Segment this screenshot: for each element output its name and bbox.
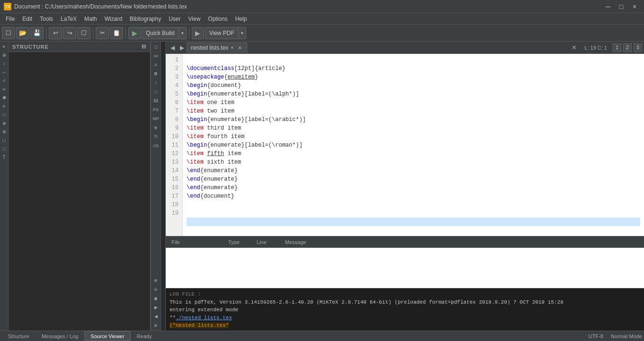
log-line-4: ("nested lists.tex"	[170, 322, 640, 330]
line-num-3: 3	[166, 73, 180, 81]
side-icon-new[interactable]: ◻	[152, 43, 160, 51]
left-sidebar-strip: ≡ ⊕ ↕ ↔ √ ∞ ✱ ≡ □ ⊕ ⊗ □ □ T	[0, 42, 9, 331]
sidebar-icon-box2[interactable]: □	[0, 145, 8, 152]
tab-nav-forward[interactable]: ▶	[177, 43, 187, 52]
sidebar-icon-arrows-v[interactable]: ↕	[0, 60, 8, 67]
side-icon-MP[interactable]: MP	[152, 114, 160, 123]
message-table-header: File Type Line Message	[166, 236, 644, 248]
menu-tools[interactable]: Tools	[36, 13, 57, 24]
line-13: \end{enumerate}	[187, 167, 238, 174]
menu-edit[interactable]: Edit	[18, 13, 36, 24]
side-icon-circle-x[interactable]: ⊗	[152, 321, 160, 330]
new-file-button[interactable]: ☐	[2, 27, 15, 39]
code-editor[interactable]: \documentclass[12pt]{article} \usepackag…	[183, 54, 644, 236]
structure-header: STRUCTURE ⊟	[9, 42, 150, 52]
tab-messages-log[interactable]: Messages / Log	[36, 331, 85, 341]
menu-wizard[interactable]: Wizard	[101, 13, 126, 24]
side-icon-PS[interactable]: PS	[152, 105, 160, 114]
sidebar-icon-arrows-h[interactable]: ↔	[0, 68, 8, 76]
line-12: \item sixth item	[187, 159, 241, 166]
side-icon-collapse[interactable]: ⊖	[152, 285, 160, 294]
menu-user[interactable]: User	[165, 13, 184, 24]
sidebar-icon-list[interactable]: ≡	[0, 102, 8, 110]
save-file-button[interactable]: 💾	[30, 27, 44, 39]
paste-button[interactable]: 📋	[110, 27, 123, 39]
side-icon-left[interactable]: ◀	[152, 312, 160, 321]
line-9: \item fourth item	[187, 133, 244, 140]
view-pdf-dropdown-arrow[interactable]: ▾	[238, 27, 246, 39]
sidebar-icon-list2[interactable]: □	[0, 136, 8, 144]
toolbar: ☐ 📂 💾 ↩ ↪ ☐ ✂ 📋 ▶ Quick Build ▾ ▶ View P…	[0, 25, 644, 42]
view-pdf-button[interactable]: View PDF ▾	[205, 27, 246, 39]
menu-math[interactable]: Math	[80, 13, 101, 24]
line-num-11: 11	[166, 141, 180, 149]
sidebar-icon-t[interactable]: T	[0, 153, 8, 161]
view-mode-3[interactable]: 3	[634, 44, 642, 52]
quick-build-button[interactable]: Quick Build ▾	[142, 27, 187, 39]
side-icon-X[interactable]: ⊗	[152, 123, 160, 132]
cut-button[interactable]: ✂	[96, 27, 109, 39]
sidebar-icon-add[interactable]: ⊕	[0, 51, 8, 59]
view-mode-2[interactable]: 2	[623, 44, 632, 52]
menu-latex[interactable]: LaTeX	[57, 13, 80, 24]
message-rows	[166, 248, 644, 288]
sidebar-icon-circleplus[interactable]: ⊕	[0, 119, 8, 127]
open-file-button[interactable]: 📂	[16, 27, 29, 39]
line-num-6: 6	[166, 98, 180, 107]
menu-file[interactable]: File	[2, 13, 18, 24]
content-area: 1 2 3 4 5 6 7 8 9 10 11 12 13	[166, 54, 644, 331]
file-tab[interactable]: nested lists.tex ▾ ✕	[187, 43, 247, 53]
view-mode-1[interactable]: 1	[613, 44, 621, 52]
compile-play-button[interactable]: ▶	[128, 27, 141, 39]
side-icon-dollar[interactable]: $$	[152, 96, 160, 105]
side-icon-B[interactable]: B	[152, 70, 160, 78]
side-icon-eye[interactable]: ◉	[152, 294, 160, 303]
side-icon-right[interactable]: ▶	[152, 303, 160, 312]
tab-source-viewer[interactable]: Source Viewer	[84, 331, 130, 341]
undo-button[interactable]: ↩	[49, 27, 62, 39]
side-icon-AS[interactable]: AS	[152, 141, 160, 150]
tab-filename: nested lists.tex	[191, 44, 228, 51]
view-play-button[interactable]: ▶	[192, 27, 204, 39]
maximize-button[interactable]: □	[616, 2, 627, 11]
structure-panel: STRUCTURE ⊟	[9, 42, 151, 331]
line-2: \usepackage{enumitem}	[187, 74, 258, 80]
sidebar-icon-check[interactable]: √	[0, 77, 8, 84]
tab-dropdown-arrow[interactable]: ▾	[231, 45, 233, 50]
side-icon-info[interactable]: i	[152, 79, 160, 87]
middle-section: ≡ ⊕ ↕ ↔ √ ∞ ✱ ≡ □ ⊕ ⊗ □ □ T STRUCTURE ⊟	[0, 42, 644, 331]
bottom-tabs: Structure Messages / Log Source Viewer R…	[0, 331, 644, 341]
side-icon-A[interactable]: A	[152, 61, 160, 69]
editor-area[interactable]: 1 2 3 4 5 6 7 8 9 10 11 12 13	[166, 54, 644, 236]
sidebar-icon-box[interactable]: □	[0, 111, 8, 118]
menu-options[interactable]: Options	[204, 13, 231, 24]
side-icon-ref[interactable]: ref	[152, 52, 160, 60]
line-num-4: 4	[166, 81, 180, 90]
sidebar-icon-circlex[interactable]: ⊗	[0, 128, 8, 135]
structure-expand-icon[interactable]: ⊟	[142, 44, 146, 50]
sidebar-icon-menu[interactable]: ≡	[0, 43, 8, 50]
quick-build-dropdown-arrow[interactable]: ▾	[179, 27, 186, 39]
line-15: \end{enumerate}	[187, 184, 238, 191]
side-icon-expand[interactable]: ⊕	[152, 276, 160, 285]
col-type: Type	[224, 239, 253, 245]
side-icon-box[interactable]: □	[152, 87, 160, 96]
line-10: \begin{enumerate}[label=(\roman*)]	[187, 142, 303, 149]
tab-structure[interactable]: Structure	[2, 331, 36, 341]
tab-close-button[interactable]: ✕	[236, 44, 243, 51]
line-num-5: 5	[166, 90, 180, 98]
close-tab-icon[interactable]: ✕	[572, 44, 577, 51]
menu-help[interactable]: Help	[232, 13, 251, 24]
menu-bibliography[interactable]: Bibliography	[126, 13, 165, 24]
tab-ready[interactable]: Ready	[131, 331, 158, 341]
tab-nav-back[interactable]: ◀	[168, 43, 177, 52]
sidebar-icon-star[interactable]: ✱	[0, 94, 8, 101]
close-button[interactable]: ×	[629, 2, 640, 11]
line-17	[187, 201, 190, 208]
redo-button[interactable]: ↪	[63, 27, 76, 39]
minimize-button[interactable]: ─	[602, 2, 614, 11]
sidebar-icon-infinity[interactable]: ∞	[0, 85, 8, 93]
copy-env-button[interactable]: ☐	[77, 27, 90, 39]
side-icon-TI[interactable]: TI	[152, 132, 160, 141]
menu-view[interactable]: View	[185, 13, 205, 24]
